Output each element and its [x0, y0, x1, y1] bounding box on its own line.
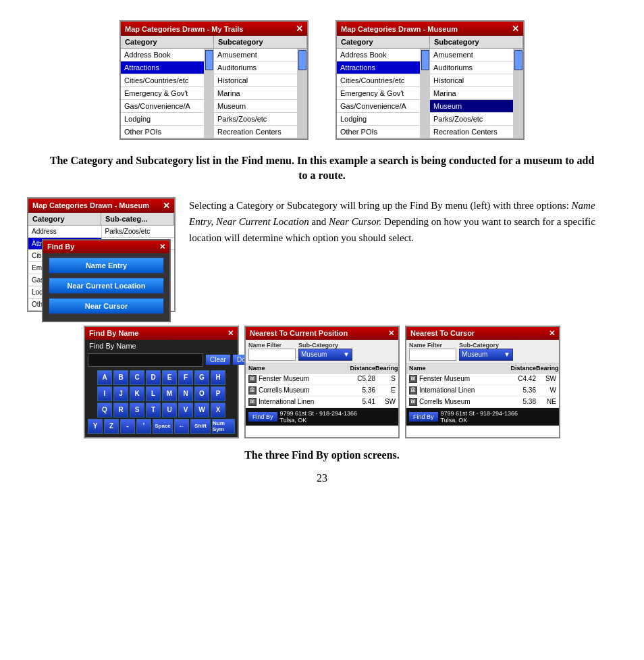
key-j[interactable]: J: [113, 386, 128, 401]
key-s[interactable]: S: [130, 403, 144, 417]
key-n[interactable]: N: [178, 386, 193, 401]
scrollbar[interactable]: [205, 49, 214, 138]
close-icon[interactable]: ✕: [163, 201, 170, 211]
clear-button[interactable]: Clear: [206, 355, 230, 365]
key-v[interactable]: V: [178, 403, 193, 417]
name-entry-button[interactable]: Name Entry: [49, 257, 164, 274]
key-c[interactable]: C: [130, 370, 144, 385]
list-item[interactable]: Lodging: [337, 113, 420, 126]
sub-category-select[interactable]: Museum ▼: [298, 349, 352, 361]
list-item[interactable]: Address Book: [121, 49, 204, 61]
scroll-thumb[interactable]: [205, 50, 213, 70]
near-cursor-button[interactable]: Near Cursor: [49, 298, 164, 314]
list-item[interactable]: Address Book: [337, 49, 420, 61]
key-t[interactable]: T: [146, 403, 161, 417]
list-item[interactable]: Recreation Centers: [430, 126, 513, 138]
list-item[interactable]: Marina: [430, 87, 513, 100]
key-l[interactable]: L: [146, 386, 161, 401]
scroll-thumb[interactable]: [421, 50, 429, 70]
key-space[interactable]: Space: [153, 419, 173, 434]
find-by-button[interactable]: Find By: [409, 412, 438, 422]
list-item[interactable]: Cities/Countries/etc: [121, 74, 204, 87]
list-item[interactable]: Auditoriums: [214, 61, 297, 74]
sub-category-select[interactable]: Museum ▼: [459, 349, 513, 361]
key-o[interactable]: O: [194, 386, 209, 401]
row-distance: 5.36: [506, 386, 536, 394]
key-x[interactable]: X: [211, 403, 225, 417]
list-item[interactable]: Other POIs: [121, 126, 204, 138]
list-item[interactable]: Address: [28, 226, 101, 238]
list-item[interactable]: Emergency & Gov't: [337, 87, 420, 100]
col-distance-header: Distance: [345, 365, 375, 372]
find-by-title: Find By ✕: [43, 240, 169, 253]
table-row[interactable]: 🏛 Corrells Museum 5.38 NE: [406, 397, 559, 408]
list-item[interactable]: Historical: [430, 74, 513, 87]
close-icon[interactable]: ✕: [388, 329, 394, 338]
name-filter-input[interactable]: [248, 349, 296, 361]
list-item[interactable]: Cities/Countries/etc: [337, 74, 420, 87]
close-icon[interactable]: ✕: [549, 329, 555, 338]
key-f[interactable]: F: [178, 370, 193, 385]
list-item[interactable]: Attractions: [337, 61, 420, 74]
table-row[interactable]: 🏛 Corrells Museum 5.36 E: [246, 385, 398, 397]
list-item[interactable]: Historical: [214, 74, 297, 87]
list-item[interactable]: Attractions: [121, 61, 204, 74]
name-filter-input[interactable]: [409, 349, 456, 361]
key-e[interactable]: E: [162, 370, 177, 385]
scrollbar[interactable]: [421, 49, 430, 138]
key-h[interactable]: H: [211, 370, 225, 385]
key-z[interactable]: Z: [104, 419, 119, 434]
key-r[interactable]: R: [113, 403, 128, 417]
key-u[interactable]: U: [162, 403, 177, 417]
key-numsym[interactable]: Num Sym: [212, 419, 235, 434]
key-w[interactable]: W: [194, 403, 209, 417]
list-item[interactable]: Parks/Zoos/etc: [430, 113, 513, 126]
list-item[interactable]: Auditoriums: [430, 61, 513, 74]
key-m[interactable]: M: [162, 386, 177, 401]
list-item[interactable]: Amusement: [430, 49, 513, 61]
key-d[interactable]: D: [146, 370, 161, 385]
scrollbar-right[interactable]: [298, 49, 307, 138]
list-item[interactable]: Gas/Convenience/A: [121, 100, 204, 113]
key-y[interactable]: Y: [88, 419, 103, 434]
key-b[interactable]: B: [113, 370, 128, 385]
key-apostrophe[interactable]: ': [136, 419, 151, 434]
table-row[interactable]: 🏛 Fenster Museum C4.42 SW: [406, 374, 559, 385]
list-item[interactable]: Parks/Zoos/etc: [102, 226, 175, 238]
scroll-thumb[interactable]: [298, 50, 306, 70]
list-item[interactable]: Parks/Zoos/etc: [214, 113, 297, 126]
key-shift[interactable]: Shift: [190, 419, 211, 434]
close-icon[interactable]: ✕: [512, 24, 519, 34]
table-row[interactable]: 🏛 International Linen 5.41 SW: [246, 397, 398, 408]
list-item[interactable]: Lodging: [121, 113, 204, 126]
key-backspace[interactable]: ←: [174, 419, 189, 434]
find-by-button[interactable]: Find By: [248, 412, 277, 422]
list-item[interactable]: Emergency & Gov't: [121, 87, 204, 100]
panel-title-text: Find By Name: [89, 329, 138, 337]
table-row[interactable]: 🏛 International Linen 5.36 W: [406, 385, 559, 397]
close-icon[interactable]: ✕: [296, 24, 303, 34]
key-q[interactable]: Q: [97, 403, 112, 417]
scrollbar-right[interactable]: [514, 49, 523, 138]
list-item[interactable]: Other POIs: [337, 126, 420, 138]
key-i[interactable]: I: [97, 386, 112, 401]
close-icon[interactable]: ✕: [227, 329, 234, 338]
key-g[interactable]: G: [194, 370, 209, 385]
search-input[interactable]: [88, 353, 203, 367]
list-item[interactable]: Museum: [430, 100, 513, 113]
list-item[interactable]: Amusement: [214, 49, 297, 61]
find-by-name-panel: Find By Name ✕ Find By Name Clear Done A…: [84, 326, 239, 438]
key-a[interactable]: A: [97, 370, 112, 385]
list-item[interactable]: Recreation Centers: [214, 126, 297, 138]
key-p[interactable]: P: [211, 386, 225, 401]
near-current-location-button[interactable]: Near Current Location: [49, 278, 164, 294]
scroll-thumb[interactable]: [514, 50, 522, 70]
list-item[interactable]: Gas/Convenience/A: [337, 100, 420, 113]
close-icon[interactable]: ✕: [159, 243, 165, 251]
sub-category-label: Sub-Category: [298, 342, 352, 349]
list-item[interactable]: Museum: [214, 100, 297, 113]
key-dash[interactable]: -: [120, 419, 135, 434]
key-k[interactable]: K: [130, 386, 144, 401]
table-row[interactable]: 🏛 Fenster Museum C5.28 S: [246, 374, 398, 385]
list-item[interactable]: Marina: [214, 87, 297, 100]
